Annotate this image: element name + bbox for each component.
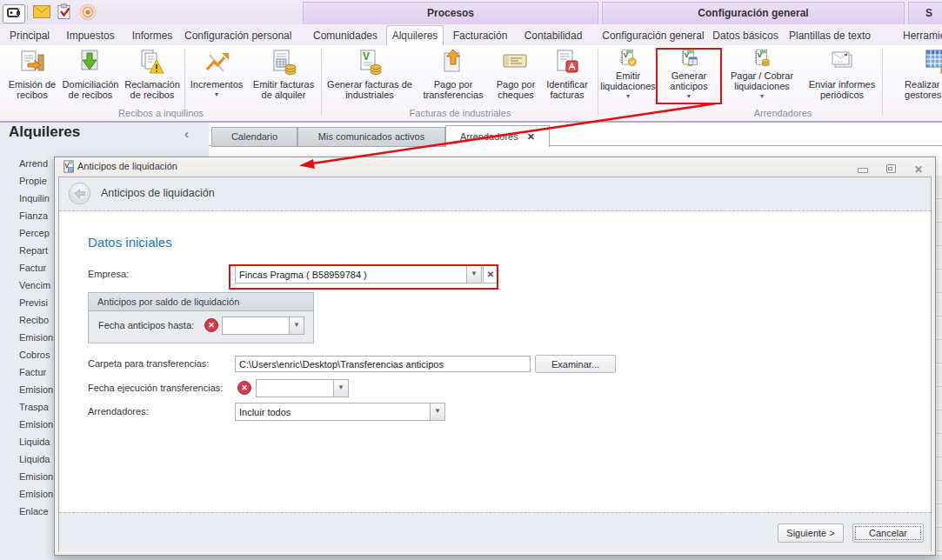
carpeta-input[interactable] (235, 356, 531, 372)
ribbon-button-emitir-liquidaciones[interactable]: V Emitir liquidaciones ▾ (600, 48, 656, 102)
cancelar-button[interactable]: Cancelar (852, 523, 924, 543)
ribbon-button-pago-por-cheques[interactable]: Pago por cheques (492, 48, 539, 102)
doc-tab-calendario[interactable]: Calendario (211, 127, 297, 147)
ribbon-button-pago-por-transferencias[interactable]: Pago por transferencias (416, 48, 491, 102)
ribbon-button-label: Incrementos (190, 79, 244, 90)
tab-facturacion[interactable]: Facturación (445, 26, 515, 45)
emitir-liquidaciones-icon: V (613, 48, 643, 69)
ribbon-button-incrementos[interactable]: Incrementos ▾ (188, 48, 245, 102)
pago-transferencias-icon (438, 48, 468, 77)
pagar-cobrar-liquidaciones-icon: V (747, 48, 777, 69)
dialog-title-bar[interactable] (55, 157, 935, 177)
empresa-combobox[interactable]: Fincas Pragma ( B58959784 ) ▼ (235, 265, 482, 283)
ribbon-group-caption: Arrendadores (696, 107, 870, 119)
examinar-button[interactable]: Examinar... (535, 355, 616, 373)
ribbon-button-label: Identificar facturas (541, 79, 593, 100)
chevron-down-icon[interactable]: ▼ (466, 266, 481, 283)
doc-tab-arrendadores[interactable]: Arrendadores✕ (445, 125, 550, 147)
empresa-value: Fincas Pragma ( B58959784 ) (236, 270, 466, 280)
generar-anticipos-icon: V (674, 48, 704, 69)
svg-text:V: V (624, 51, 629, 59)
ribbon: Emisión de recibos Domiciliación de reci… (0, 45, 942, 123)
dialog-header-title: Anticipos de liquidación (101, 187, 215, 199)
chevron-down-icon[interactable]: ▼ (289, 317, 304, 334)
ribbon-button-realizar-enlace-gestores[interactable]: Realizar enlace gestores patrim (885, 48, 942, 102)
anticipos-groupbox: Anticipos por saldo de liquidación Fecha… (88, 292, 314, 343)
tab-plantillas-de-texto[interactable]: Plantillas de texto (785, 26, 875, 45)
ribbon-button-label: Domiciliación de recibos (61, 79, 120, 100)
ribbon-button-label: Emitir liquidaciones (600, 70, 656, 91)
fecha-anticipos-datepicker[interactable]: ▼ (222, 317, 304, 335)
ribbon-button-label: Generar anticipos (659, 70, 718, 91)
fecha-ejecucion-datepicker[interactable]: ▼ (256, 379, 349, 397)
ribbon-button-generar-facturas-de-industriales[interactable]: V Generar facturas de industriales (326, 48, 413, 102)
doc-tab-label: Arrendadores (460, 131, 518, 142)
arrendadores-value: Incluir todos (236, 407, 430, 417)
ribbon-group-header-clipped: S (908, 2, 942, 25)
tab-contabilidad[interactable]: Contabilidad (518, 26, 588, 45)
ribbon-button-label: Reclamación de recibos (122, 79, 183, 100)
minimize-icon (858, 168, 868, 173)
tab-datos-basicos[interactable]: Datos básicos (712, 26, 779, 45)
ribbon-button-emision-de-recibos[interactable]: Emisión de recibos (5, 48, 59, 102)
arrendadores-combobox[interactable]: Incluir todos ▼ (235, 403, 445, 421)
ribbon-button-enviar-informes-periodicos[interactable]: Enviar informes periódicos (804, 48, 880, 102)
sidebar-title: Alquileres (9, 123, 80, 141)
empresa-clear-button[interactable]: ✕ (483, 265, 498, 283)
mail-button[interactable] (33, 5, 50, 22)
tab-informes[interactable]: Informes (127, 26, 177, 45)
emitir-facturas-alquiler-icon (269, 48, 298, 77)
dropdown-arrow-icon: ▾ (626, 91, 630, 102)
ribbon-button-pagar-cobrar-liquidaciones[interactable]: V Pagar / Cobrar liquidaciones ▾ (723, 48, 801, 102)
pago-cheques-icon (501, 48, 531, 77)
restore-button[interactable] (881, 161, 900, 174)
chevron-down-icon[interactable]: ▼ (333, 380, 348, 397)
ribbon-button-identificar-facturas[interactable]: Identificar facturas (541, 48, 593, 102)
empresa-label: Empresa: (88, 269, 129, 279)
tab-configuracion-personal[interactable]: Configuración personal (184, 26, 291, 45)
back-button[interactable] (68, 182, 91, 205)
broadcast-button[interactable] (79, 3, 97, 24)
domiciliacion-recibos-icon (76, 48, 105, 77)
ribbon-group-separator (321, 49, 322, 115)
tab-alquileres[interactable]: Alquileres (386, 25, 444, 46)
close-tab-icon[interactable]: ✕ (527, 131, 535, 142)
restore-icon (886, 164, 896, 173)
broadcast-icon (79, 3, 97, 21)
tab-comunidades[interactable]: Comunidades (306, 26, 384, 45)
siguiente-button[interactable]: Siguiente > (778, 523, 844, 543)
chevron-down-icon[interactable]: ▼ (430, 403, 444, 420)
sidebar-collapse-chevron-icon[interactable]: ‹ (184, 126, 189, 141)
ribbon-button-label: Emitir facturas de alquiler (247, 79, 320, 100)
tab-impuestos[interactable]: Impuestos (63, 26, 118, 45)
svg-text:V: V (363, 50, 370, 63)
ribbon-button-label: Pagar / Cobrar liquidaciones (723, 70, 801, 91)
doc-tab-mis-comunicados-activos[interactable]: Mis comunicados activos (297, 127, 445, 147)
tasks-button[interactable] (56, 3, 72, 23)
tab-configuracion-general[interactable]: Configuración general (602, 26, 705, 45)
groupbox-title: Anticipos por saldo de liquidación (89, 293, 313, 311)
tasks-clipboard-icon (56, 3, 72, 20)
app-device-icon (5, 5, 23, 21)
arrendadores-label: Arrendadores: (88, 406, 149, 417)
ribbon-button-domiciliacion-de-recibos[interactable]: Domiciliación de recibos (61, 48, 120, 102)
ribbon-button-reclamacion-de-recibos[interactable]: Reclamación de recibos (122, 48, 183, 102)
minimize-button[interactable] (853, 161, 872, 174)
dropdown-arrow-icon: ▾ (215, 90, 218, 100)
tab-herramientas[interactable]: Herramien (901, 26, 942, 45)
error-icon: ✕ (237, 381, 251, 395)
realizar-enlace-gestores-icon (923, 48, 942, 77)
app-menu-button[interactable] (3, 4, 25, 23)
ribbon-group-caption: Facturas de industriales (324, 107, 597, 119)
ribbon-group-header-configuracion-general: Configuración general (602, 2, 905, 25)
ribbon-group-separator (598, 49, 598, 115)
ribbon-button-emitir-facturas-de-alquiler[interactable]: Emitir facturas de alquiler (247, 48, 320, 102)
tab-principal[interactable]: Principal (7, 26, 52, 45)
ribbon-group-separator (882, 49, 883, 115)
content-scrollbar[interactable] (936, 176, 942, 555)
mail-icon (33, 5, 50, 18)
toolbar-separator (27, 5, 28, 20)
close-button[interactable]: ✕ (909, 161, 928, 174)
ribbon-button-label: Pago por transferencias (416, 79, 491, 100)
ribbon-button-generar-anticipos[interactable]: V Generar anticipos ▾ (659, 48, 718, 102)
